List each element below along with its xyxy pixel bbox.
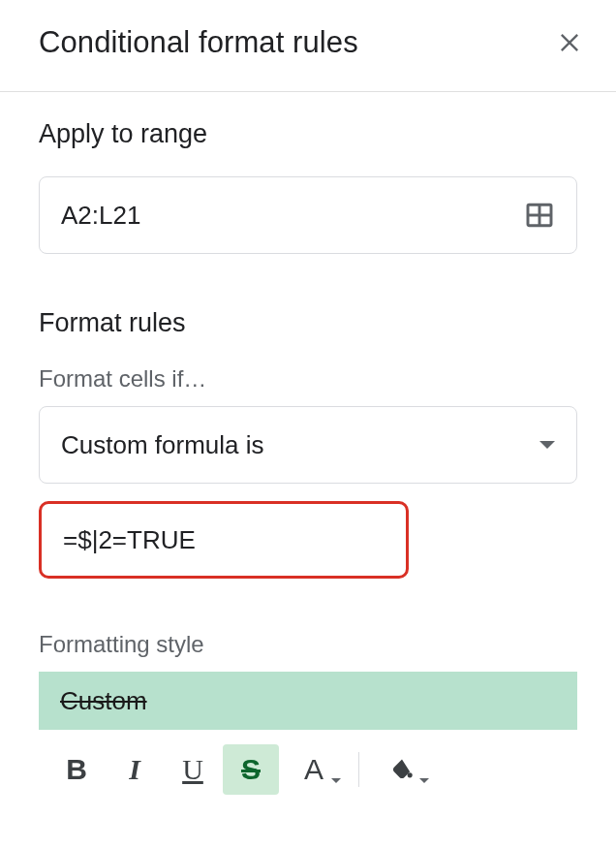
- formatting-style-label: Formatting style: [39, 631, 577, 658]
- close-button[interactable]: [550, 23, 589, 62]
- fill-color-icon: [388, 756, 416, 783]
- strikethrough-button[interactable]: S: [223, 744, 279, 795]
- panel-title: Conditional format rules: [39, 25, 358, 60]
- range-input[interactable]: A2:L21: [39, 176, 577, 254]
- condition-selected-value: Custom formula is: [61, 430, 264, 460]
- bold-button[interactable]: B: [48, 744, 105, 795]
- chevron-down-icon: [331, 778, 341, 783]
- italic-button[interactable]: I: [107, 744, 163, 795]
- range-value: A2:L21: [61, 201, 140, 231]
- apply-to-range-heading: Apply to range: [39, 119, 577, 149]
- formula-input-container[interactable]: [39, 501, 409, 579]
- chevron-down-icon: [419, 778, 429, 783]
- underline-button[interactable]: U: [165, 744, 221, 795]
- condition-select[interactable]: Custom formula is: [39, 406, 577, 484]
- svg-point-3: [408, 772, 413, 777]
- chevron-down-icon: [539, 441, 555, 449]
- formatting-toolbar: B I U S A: [39, 739, 577, 800]
- formula-input[interactable]: [61, 524, 386, 556]
- select-range-icon[interactable]: [524, 200, 555, 231]
- panel-header: Conditional format rules: [0, 0, 616, 92]
- panel-body: Apply to range A2:L21 Format rules Forma…: [0, 92, 616, 800]
- style-preview[interactable]: Custom: [39, 672, 577, 730]
- format-rules-heading: Format rules: [39, 308, 577, 338]
- format-cells-if-label: Format cells if…: [39, 365, 577, 393]
- fill-color-button[interactable]: [369, 744, 435, 795]
- text-color-icon: A: [304, 753, 323, 786]
- text-color-button[interactable]: A: [281, 744, 347, 795]
- style-preview-text: Custom: [60, 686, 147, 716]
- close-icon: [556, 29, 583, 56]
- toolbar-separator: [358, 752, 359, 787]
